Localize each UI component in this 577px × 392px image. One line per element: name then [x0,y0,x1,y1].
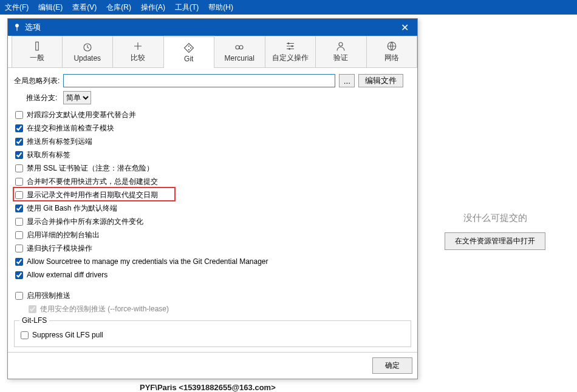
tab-git[interactable]: Git [164,36,215,68]
nothing-to-commit-text: 没什么可提交的 [425,212,565,224]
close-icon[interactable]: ✕ [397,22,412,33]
svg-rect-1 [16,27,17,31]
checkbox-row[interactable]: Allow external diff drivers [14,268,411,282]
checkbox-label: Allow external diff drivers [27,271,108,279]
checkbox-label: 推送所有标签到远端 [27,137,92,147]
ok-button[interactable]: 确定 [372,357,412,374]
checkbox-label: 显示记录文件时用作者日期取代提交日期 [27,190,158,200]
dialog-title: 选项 [25,22,41,33]
checkbox-label: 获取所有标签 [27,150,70,160]
updates-icon [82,42,93,53]
checkbox-label: 对跟踪分支默认使用变基代替合并 [27,110,136,120]
svg-point-5 [188,49,189,50]
checkbox-input[interactable] [15,231,23,239]
tab-network[interactable]: 网络 [367,36,418,67]
network-icon [386,41,397,52]
tabs: 一般Updates比较GitMercurial自定义操作验证网络 [8,36,417,68]
tab-custom[interactable]: 自定义操作 [265,36,316,67]
checkbox-label: Allow Sourcetree to manage my credential… [27,257,268,266]
checkbox-row[interactable]: 启用详细的控制台输出 [14,228,411,242]
checkbox-input[interactable] [15,111,23,119]
suppress-lfs-checkbox[interactable]: Suppress Git LFS pull [19,328,406,342]
checkbox-label: 递归执行子模块操作 [27,243,92,254]
checkbox-row[interactable]: 禁用 SSL 证书验证（注意：潜在危险） [14,161,411,175]
push-branch-label: 推送分支: [26,93,57,103]
menu-item[interactable]: 编辑(E) [38,2,63,13]
tab-auth[interactable]: 验证 [316,36,367,67]
push-branch-select[interactable]: 简单 [63,91,91,104]
svg-point-6 [190,47,191,48]
checkbox-input[interactable] [15,204,23,212]
checkbox-row[interactable]: 对跟踪分支默认使用变基代替合并 [14,108,411,121]
open-in-explorer-button[interactable]: 在文件资源管理器中打开 [445,232,545,250]
checkbox-input[interactable] [15,191,23,199]
git-lfs-fieldset: Git-LFS Suppress Git LFS pull [14,320,411,347]
force-with-lease-checkbox: 使用安全的强制推送 (--force-with-lease) [14,302,411,316]
checkbox-label: 显示合并操作中所有来源的文件变化 [27,217,143,227]
menu-item[interactable]: 帮助(H) [208,2,233,13]
svg-point-8 [239,46,243,49]
checkbox-input[interactable] [15,258,23,266]
browse-button[interactable]: ... [339,74,355,87]
tab-mercurial[interactable]: Mercurial [214,36,265,67]
svg-point-10 [291,46,293,47]
svg-point-7 [236,46,239,49]
checkbox-row[interactable]: Allow Sourcetree to manage my credential… [14,255,411,268]
svg-point-4 [188,45,189,46]
tab-updates[interactable]: Updates [63,36,114,67]
suppress-lfs-input[interactable] [21,331,29,339]
checkbox-row[interactable]: 获取所有标签 [14,148,411,161]
dialog-titlebar: 选项 ✕ [8,19,417,36]
menu-item[interactable]: 工具(T) [175,2,199,13]
global-ignore-input[interactable] [63,74,335,87]
checkbox-label: 启用详细的控制台输出 [27,230,100,240]
svg-point-9 [287,42,289,44]
options-dialog: 选项 ✕ 一般Updates比较GitMercurial自定义操作验证网络 全局… [7,18,418,379]
checkbox-row[interactable]: 在提交和推送前检查子模块 [14,121,411,135]
tab-general[interactable]: 一般 [12,36,63,67]
checkbox-input[interactable] [15,271,23,279]
checkbox-label: 使用 Git Bash 作为默认终端 [27,203,117,214]
checkbox-input[interactable] [15,178,23,186]
checkbox-label: 禁用 SSL 证书验证（注意：潜在危险） [27,163,154,174]
checkbox-row[interactable]: 递归执行子模块操作 [14,242,411,255]
menu-item[interactable]: 查看(V) [72,2,97,13]
git-lfs-legend: Git-LFS [19,316,49,325]
custom-icon [285,41,296,52]
checkbox-row[interactable]: 合并时不要使用快进方式，总是创建提交 [14,175,411,188]
edit-file-button[interactable]: 编辑文件 [358,74,403,87]
mercurial-icon [234,42,245,53]
menu-item[interactable]: 仓库(R) [106,2,131,13]
checkbox-input[interactable] [15,151,23,159]
menu-item[interactable]: 操作(A) [141,2,165,13]
general-icon [32,41,43,52]
menubar: 文件(F)编辑(E)查看(V)仓库(R)操作(A)工具(T)帮助(H) [0,0,577,15]
dialog-buttons: 确定 [8,352,417,379]
checkbox-label: 在提交和推送前检查子模块 [27,123,114,133]
force-push-input[interactable] [15,292,23,300]
checkbox-input[interactable] [15,164,23,172]
app-icon [13,23,21,32]
checkbox-row[interactable]: 推送所有标签到远端 [14,135,411,148]
checkbox-row[interactable]: 显示合并操作中所有来源的文件变化 [14,215,411,228]
menu-item[interactable]: 文件(F) [5,2,29,13]
checkbox-input[interactable] [15,218,23,226]
right-panel: 没什么可提交的 在文件资源管理器中打开 [425,212,565,250]
auth-icon [335,41,346,52]
checkbox-row[interactable]: 显示记录文件时用作者日期取代提交日期 [14,188,411,201]
compare-icon [132,41,143,52]
checkbox-label: 合并时不要使用快进方式，总是创建提交 [27,177,158,187]
git-icon [183,42,194,53]
svg-point-11 [288,48,290,50]
svg-rect-2 [36,42,39,50]
footer-author-text: PYF\Paris <15391882655@163.com> [140,383,276,392]
checkbox-input[interactable] [15,245,23,252]
checkbox-input[interactable] [15,124,23,132]
tab-compare[interactable]: 比较 [113,36,164,67]
force-push-checkbox[interactable]: 启用强制推送 [14,289,411,302]
force-with-lease-input [29,305,36,313]
svg-point-12 [339,42,343,46]
checkbox-list: 对跟踪分支默认使用变基代替合并在提交和推送前检查子模块推送所有标签到远端获取所有… [14,108,411,282]
checkbox-input[interactable] [15,138,23,146]
checkbox-row[interactable]: 使用 Git Bash 作为默认终端 [14,201,411,215]
